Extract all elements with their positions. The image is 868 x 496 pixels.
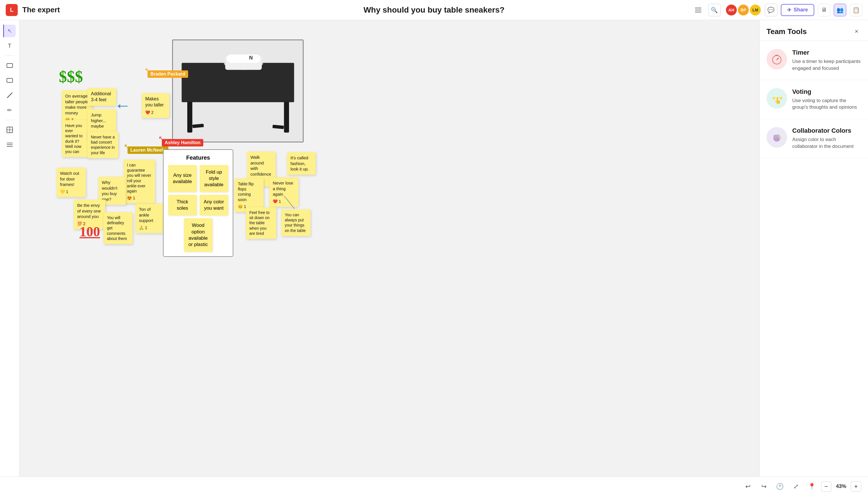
sticky-note-14[interactable]: It's called fashion, look it up.	[287, 152, 316, 175]
document-title: The expert	[22, 5, 689, 14]
svg-rect-0	[7, 63, 13, 67]
pin-button[interactable]: 📍	[805, 480, 819, 493]
feature-cell-1[interactable]: Any size available	[168, 165, 197, 192]
tool-rect-solid[interactable]	[3, 74, 16, 87]
panel-item-voting[interactable]: ⭐⭐⭐ 👆 Voting Use voting to capture the g…	[760, 80, 868, 119]
cursor-label-lauren: Lauren McNeely	[128, 146, 168, 154]
team-tools-button[interactable]: 👥	[834, 4, 846, 16]
dollar-signs: $$$	[59, 67, 83, 86]
svg-line-2	[7, 93, 12, 98]
panel-close-button[interactable]: ×	[852, 27, 861, 36]
left-toolbar: ↖ T ✏	[0, 20, 19, 477]
zoom-out-button[interactable]: −	[821, 481, 831, 492]
colors-text: Collaborator Colors Assign color to each…	[792, 127, 861, 150]
share-button[interactable]: ✈ Share	[781, 4, 814, 16]
canvas[interactable]: $$$ N ← ↖ Braden Packard	[19, 20, 759, 477]
zoom-level: 43%	[834, 483, 849, 490]
menu-icon[interactable]	[693, 5, 704, 15]
sticky-note-4[interactable]: Have you ever wanted to dunk it? Well no…	[62, 120, 90, 157]
voting-title: Voting	[792, 88, 861, 95]
panel-item-colors[interactable]: Collaborator Colors Assign color to each…	[760, 119, 868, 158]
bottom-toolbar: ↩ ↪ 🕐 ⤢ 📍 − 43% +	[0, 477, 868, 496]
feature-cell-3[interactable]: Thick soles	[168, 195, 197, 215]
main-content: ↖ T ✏ $$$	[0, 20, 868, 477]
features-title: Features	[168, 154, 228, 161]
feature-cell-2[interactable]: Fold up style available	[199, 165, 228, 192]
sticky-note-16[interactable]: Never lose a thing again ❤️ 1	[269, 177, 299, 207]
search-button[interactable]: 🔍	[708, 4, 721, 16]
sticky-note-11[interactable]: You will definatley get comments about t…	[103, 212, 133, 244]
connector-line	[19, 20, 759, 477]
share-icon: ✈	[787, 7, 791, 13]
history-button[interactable]: 🕐	[773, 480, 787, 493]
svg-rect-1	[7, 78, 13, 82]
colors-icon	[767, 127, 787, 148]
features-box: Features Any size available Fold up styl…	[163, 149, 233, 257]
cursor-braden: ↖	[145, 66, 150, 74]
expand-button[interactable]: ⤢	[789, 480, 803, 493]
feature-cell-5[interactable]: Wood option available or plastic	[184, 218, 213, 251]
voting-desc: Use voting to capture the group's though…	[792, 97, 861, 111]
sticky-note-8[interactable]: Watch out for door frames! 💛 1	[57, 168, 86, 197]
sticky-note-3[interactable]: Makes you taller ❤️ 2	[142, 93, 169, 118]
tool-table[interactable]	[3, 124, 16, 136]
toolbar-divider-1	[5, 56, 14, 56]
table-image: N	[172, 40, 304, 142]
svg-text:👆: 👆	[774, 98, 781, 104]
panel-header: Team Tools ×	[760, 20, 868, 41]
cursor-lauren: ↖	[124, 142, 129, 151]
header-right: AH BP LM 💬 ✈ Share 🖥 👥 📋	[725, 4, 862, 16]
comment-icon[interactable]: 💬	[765, 4, 777, 16]
colors-title: Collaborator Colors	[792, 127, 861, 135]
svg-rect-17	[272, 125, 284, 129]
timer-icon	[767, 49, 787, 69]
sticky-note-7[interactable]: I can guarantee you will never roll your…	[124, 160, 155, 203]
app-logo[interactable]: L	[6, 4, 18, 16]
colors-desc: Assign color to each collaborator in the…	[792, 136, 861, 150]
tool-line[interactable]	[3, 89, 16, 102]
sticky-note-17[interactable]: Feel free to sit down on the table when …	[246, 207, 276, 239]
avatar-ah: AH	[725, 4, 737, 16]
tool-rect-outline[interactable]	[3, 59, 16, 72]
svg-rect-12	[227, 55, 260, 63]
timer-desc: Use a timer to keep participants engaged…	[792, 58, 861, 72]
tool-text[interactable]: T	[3, 40, 16, 52]
panel-title: Team Tools	[767, 27, 807, 36]
voting-icon: ⭐⭐⭐ 👆	[767, 88, 787, 109]
features-grid: Any size available Fold up style availab…	[168, 165, 228, 252]
cursor-ashley: ↖	[158, 135, 164, 142]
svg-point-26	[773, 135, 777, 138]
voting-text: Voting Use voting to capture the group's…	[792, 88, 861, 111]
hundred-emoji: 100	[79, 224, 100, 239]
undo-button[interactable]: ↩	[741, 480, 755, 493]
redo-button[interactable]: ↪	[757, 480, 771, 493]
blue-arrow: ←	[114, 95, 131, 115]
svg-text:N: N	[249, 55, 253, 61]
sticky-note-2[interactable]: Additional 3-4 feet	[87, 88, 116, 106]
right-panel: Team Tools × Timer Use a timer to keep p…	[759, 20, 868, 477]
page-title: Why should you buy table sneakers?	[364, 5, 504, 15]
zoom-in-button[interactable]: +	[851, 481, 861, 492]
panel-item-timer[interactable]: Timer Use a timer to keep participants e…	[760, 41, 868, 80]
tool-select[interactable]: ↖	[3, 25, 16, 37]
svg-line-22	[777, 58, 778, 60]
avatar-bp: BP	[737, 4, 749, 16]
timer-title: Timer	[792, 49, 861, 56]
feature-cell-4[interactable]: Any color you want	[199, 195, 228, 215]
present-button[interactable]: 🖥	[818, 4, 830, 16]
svg-rect-14	[187, 102, 192, 133]
timer-text: Timer Use a timer to keep participants e…	[792, 49, 861, 72]
avatar-group: AH BP LM	[725, 4, 761, 16]
svg-rect-16	[192, 124, 204, 128]
sticky-note-6[interactable]: Never have a bad concert experience in y…	[87, 131, 118, 158]
sticky-note-12[interactable]: Ton of ankle support 🙏 1	[135, 204, 163, 233]
tool-grid[interactable]	[3, 138, 16, 151]
avatar-lm: LM	[749, 4, 761, 16]
svg-rect-15	[284, 102, 289, 133]
toolbar-divider-2	[5, 120, 14, 120]
sticky-note-18[interactable]: You can always put your things on the ta…	[281, 210, 310, 236]
svg-point-28	[779, 137, 781, 139]
tool-draw[interactable]: ✏	[3, 104, 16, 117]
notes-button[interactable]: 📋	[850, 4, 862, 16]
header: L The expert 🔍 Why should you buy table …	[0, 0, 868, 20]
